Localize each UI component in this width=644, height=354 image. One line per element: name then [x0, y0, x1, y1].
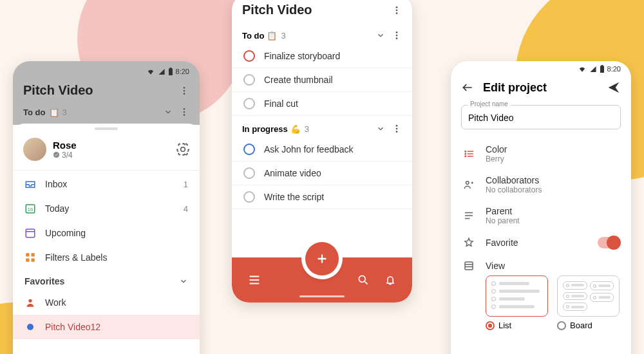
task-row[interactable]: Finalize storyboard — [232, 44, 412, 68]
signal-icon — [589, 66, 597, 73]
user-name: Rose — [53, 140, 77, 151]
wifi-icon — [578, 66, 587, 73]
battery-icon — [600, 65, 605, 73]
more-icon[interactable] — [392, 5, 402, 15]
wifi-icon — [146, 68, 155, 75]
more-icon[interactable] — [179, 86, 189, 96]
profile-row[interactable]: Rose 3/4 — [13, 131, 200, 169]
nav-count: 4 — [184, 204, 188, 214]
view-option-board[interactable] — [557, 275, 620, 317]
option-color[interactable]: Color Berry — [451, 138, 631, 169]
task-checkbox[interactable] — [243, 50, 255, 62]
bell-icon[interactable] — [384, 274, 397, 286]
svg-point-4 — [184, 111, 185, 113]
view-radio-list[interactable]: List — [486, 321, 548, 330]
svg-point-19 — [396, 35, 398, 37]
svg-text:16: 16 — [28, 207, 33, 212]
section-label: To do — [23, 107, 45, 117]
task-checkbox[interactable] — [243, 167, 255, 179]
view-radio-board[interactable]: Board — [557, 321, 620, 330]
back-icon[interactable] — [461, 81, 474, 94]
nav-label: Inbox — [45, 179, 67, 189]
section-count: 3 — [305, 124, 309, 134]
grid-icon — [24, 252, 36, 263]
section-emoji: 📋 — [49, 107, 59, 117]
section-header-inprogress[interactable]: In progress 💪 3 — [232, 116, 412, 138]
option-favorite[interactable]: Favorite — [451, 231, 631, 254]
svg-point-28 — [466, 182, 469, 185]
dimmed-project-view: 8:20 Pitch Video To do 📋 3 — [13, 61, 200, 125]
svg-point-16 — [396, 9, 398, 11]
nav-filters[interactable]: Filters & Labels — [13, 245, 200, 270]
svg-point-1 — [184, 89, 185, 91]
svg-point-26 — [465, 153, 466, 154]
send-icon[interactable] — [607, 80, 621, 95]
svg-point-18 — [396, 32, 398, 33]
fab-add-task[interactable] — [305, 242, 339, 275]
view-label: Board — [570, 321, 592, 330]
svg-rect-10 — [26, 253, 29, 256]
task-title: Finalize storyboard — [264, 51, 340, 61]
svg-point-22 — [396, 128, 398, 130]
view-option-list[interactable] — [486, 275, 548, 317]
nav-upcoming[interactable]: Upcoming — [13, 221, 200, 245]
task-row[interactable]: Ask John for feedback — [232, 138, 412, 162]
view-icon — [462, 260, 475, 272]
favorites-header[interactable]: Favorites — [13, 270, 200, 290]
project-name-field[interactable]: Project name — [461, 105, 621, 129]
chevron-down-icon — [179, 277, 188, 286]
nav-inbox[interactable]: Inbox 1 — [13, 172, 200, 196]
section-more-icon[interactable] — [392, 124, 402, 134]
favorite-toggle[interactable] — [598, 237, 620, 248]
option-collaborators[interactable]: Collaborators No collaborators — [451, 169, 631, 200]
phone-edit-project: 8:20 Edit project Project name Color Ber… — [451, 61, 631, 354]
svg-point-2 — [184, 93, 185, 95]
svg-point-14 — [28, 299, 32, 303]
nav-count: 1 — [184, 180, 188, 189]
gear-icon[interactable] — [176, 143, 189, 156]
task-checkbox[interactable] — [243, 98, 255, 109]
menu-icon[interactable] — [247, 273, 261, 287]
task-row[interactable]: Write the script — [232, 185, 412, 209]
navigation-drawer: Rose 3/4 Inbox 1 16 Today 4 Upcoming F — [13, 124, 200, 354]
task-row[interactable]: Final cut — [232, 92, 412, 116]
svg-point-24 — [359, 275, 365, 282]
search-icon[interactable] — [357, 274, 370, 286]
option-parent[interactable]: Parent No parent — [451, 200, 631, 231]
section-header-todo[interactable]: To do 📋 3 — [13, 103, 200, 125]
option-label: Favorite — [486, 238, 518, 248]
svg-rect-12 — [26, 259, 29, 262]
svg-point-15 — [396, 6, 398, 8]
task-checkbox[interactable] — [243, 191, 255, 203]
task-title: Create thumbnail — [264, 75, 333, 85]
task-checkbox[interactable] — [243, 144, 255, 155]
section-header-todo[interactable]: To do 📋 3 — [232, 23, 412, 44]
drag-handle[interactable] — [95, 127, 118, 130]
phone-navigation-drawer: 8:20 Pitch Video To do 📋 3 Rose 3/4 — [13, 61, 200, 354]
option-label: Collaborators — [486, 175, 542, 185]
svg-point-21 — [396, 125, 398, 127]
project-dot-icon — [24, 321, 36, 333]
radio-icon — [486, 321, 495, 330]
avatar — [23, 138, 46, 161]
nav-label: Today — [45, 203, 69, 214]
svg-point-0 — [184, 87, 185, 89]
section-emoji: 💪 — [290, 124, 301, 134]
option-value: Berry — [486, 154, 507, 163]
section-count: 3 — [62, 107, 66, 117]
chevron-down-icon — [164, 107, 173, 116]
project-name-input[interactable] — [461, 105, 621, 129]
task-row[interactable]: Animate video — [232, 162, 412, 185]
status-time: 8:20 — [607, 65, 621, 73]
favorite-work[interactable]: Work — [13, 290, 200, 315]
svg-rect-29 — [465, 262, 473, 270]
task-row[interactable]: Create thumbnail — [232, 68, 412, 92]
svg-point-3 — [184, 108, 185, 110]
view-label: List — [498, 321, 511, 330]
section-more-icon[interactable] — [392, 30, 402, 41]
section-more-icon[interactable] — [179, 107, 189, 117]
nav-today[interactable]: 16 Today 4 — [13, 196, 200, 221]
favorite-pitch-video[interactable]: Pitch Video 12 — [13, 315, 200, 339]
task-checkbox[interactable] — [243, 74, 255, 86]
parent-icon — [462, 210, 475, 221]
